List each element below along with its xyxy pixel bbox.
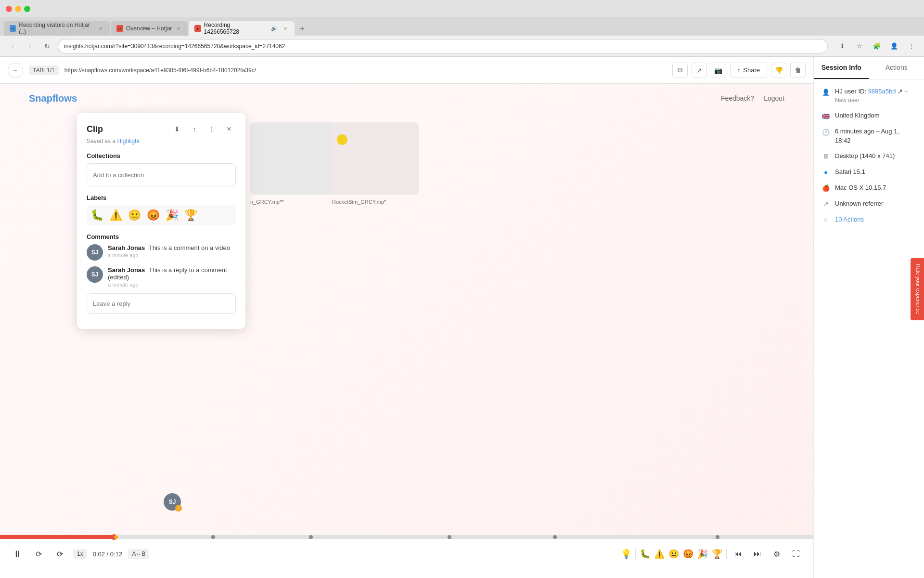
clip-action-buttons: ⬇ ↑ ⋮ × (170, 122, 236, 136)
settings-button[interactable]: ⚙ (769, 546, 784, 562)
actions-link[interactable]: 10 Actions (835, 215, 864, 224)
info-row-os: 🍎 Mac OS X 10.15.7 (821, 184, 916, 193)
new-user-label: New user (835, 97, 860, 104)
browser-icon: ● (821, 168, 830, 177)
video-controls: ⏸ ⟳ ⟳ 1x 0:02 / 0:12 A↔B 💡 🐛 ⚠️ 😐 😡 (0, 535, 813, 578)
comment-time-1: a minute ago (108, 252, 236, 258)
emoji-ctrl-neutral[interactable]: 😐 (668, 549, 679, 559)
address-text: insights.hotjar.com/r?site=3090413&recor… (64, 43, 285, 50)
forward-button-ctrl[interactable]: ⟳ (52, 546, 67, 562)
more-clip-button[interactable]: ⋮ (205, 122, 218, 136)
tab-favicon-2: H (116, 25, 123, 32)
hj-user-id-link[interactable]: 9885a5bd (868, 88, 896, 95)
labels-label: Labels (87, 194, 236, 201)
video-thumbnail-1 (250, 122, 337, 195)
desktop-icon: 🖥 (821, 152, 830, 161)
label-angry[interactable]: 😡 (146, 208, 161, 223)
emoji-ctrl-celebrate[interactable]: 🎉 (697, 549, 708, 559)
info-row-device: 🖥 Desktop (1440 x 741) (821, 152, 916, 161)
info-user: HJ user ID: 9885a5bd ↗ – New user (835, 87, 916, 105)
next-recording-button[interactable]: ⏭ (750, 546, 765, 562)
highlight-link[interactable]: Highlight (117, 138, 140, 144)
main-area: ← TAB: 1/1 https://snapflows.com/workspa… (0, 57, 924, 578)
info-device: Desktop (1440 x 741) (835, 152, 895, 160)
hj-user-label: HJ user ID: (835, 88, 866, 95)
ctrl-separator-1 (635, 549, 636, 559)
copy-url-button[interactable]: ⧉ (672, 63, 688, 78)
tab-close-1[interactable]: × (98, 25, 104, 32)
feedback-link[interactable]: Feedback? (721, 94, 754, 102)
tab-close-3[interactable]: × (282, 25, 289, 32)
emoji-ctrl-warning[interactable]: ⚠️ (654, 549, 665, 559)
emoji-ctrl-lightbulb[interactable]: 💡 (621, 549, 631, 559)
back-button[interactable]: ‹ (6, 39, 19, 53)
menu-icon[interactable]: ⋮ (905, 39, 918, 53)
external-link-button[interactable]: ↗ (692, 63, 707, 78)
download-icon[interactable]: ⬇ (835, 39, 849, 53)
tab-label-2: Overview – Hotjar (126, 25, 172, 32)
tab-session-info[interactable]: Session Info (814, 57, 869, 79)
timeline-marker-3 (309, 535, 313, 539)
info-referrer: Unknown referrer (835, 199, 883, 208)
hj-back-button[interactable]: ← (8, 63, 23, 78)
label-trophy[interactable]: 🏆 (183, 208, 198, 223)
close-clip-button[interactable]: × (222, 122, 236, 136)
tab-actions[interactable]: Actions (869, 57, 924, 79)
hj-tab-badge: TAB: 1/1 (29, 66, 59, 75)
emoji-ctrl-angry[interactable]: 😡 (683, 549, 693, 559)
tab-recording-visitors[interactable]: H Recording visitors on Hotjar (..) × (4, 21, 110, 36)
profile-icon[interactable]: 👤 (887, 39, 901, 53)
speed-badge[interactable]: 1x (73, 549, 87, 559)
forward-button[interactable]: › (23, 39, 37, 53)
emoji-ctrl-bug[interactable]: 🐛 (640, 549, 650, 559)
extensions-icon[interactable]: 🧩 (870, 39, 884, 53)
delete-button[interactable]: 🗑 (790, 63, 806, 78)
screenshot-button[interactable]: 📷 (711, 63, 726, 78)
download-clip-button[interactable]: ⬇ (170, 122, 184, 136)
label-warning[interactable]: ⚠️ (108, 208, 123, 223)
info-row-referrer: ↗ Unknown referrer (821, 199, 916, 209)
info-browser: Safari 15.1 (835, 168, 865, 176)
minimize-window-button[interactable] (15, 6, 21, 12)
snapflows-logo[interactable]: Snapflows (29, 93, 77, 104)
comment-author-1: Sarah Jonas (108, 244, 145, 251)
tab-audio-icon[interactable]: 🔊 (268, 25, 279, 32)
browser-window: H Recording visitors on Hotjar (..) × H … (0, 0, 924, 578)
emoji-ctrl-trophy[interactable]: 🏆 (712, 549, 722, 559)
pause-button[interactable]: ⏸ (10, 546, 25, 562)
label-bug[interactable]: 🐛 (90, 208, 104, 223)
address-bar[interactable]: insights.hotjar.com/r?site=3090413&recor… (58, 39, 828, 53)
fullscreen-window-button[interactable] (24, 6, 30, 12)
ab-loop-button[interactable]: A↔B (128, 549, 149, 559)
recording-area: ← TAB: 1/1 https://snapflows.com/workspa… (0, 57, 813, 578)
collection-input[interactable] (87, 163, 236, 186)
close-window-button[interactable] (6, 6, 12, 12)
tab-recording-active[interactable]: ● Recording 14266565728 🔊 × (189, 21, 295, 36)
logout-link[interactable]: Logout (764, 94, 784, 102)
share-clip-button[interactable]: ↑ (188, 122, 201, 136)
labels-section: Labels 🐛 ⚠️ 😐 😡 🎉 🏆 (87, 194, 236, 225)
rewind-button[interactable]: ⟳ (31, 546, 46, 562)
fullscreen-button[interactable]: ⛶ (788, 546, 804, 562)
tab-close-2[interactable]: × (175, 25, 182, 32)
tab-overview[interactable]: H Overview – Hotjar × (111, 21, 188, 36)
info-actions: 10 Actions (835, 215, 864, 224)
label-celebrate[interactable]: 🎉 (165, 208, 180, 223)
new-tab-button[interactable]: + (295, 22, 309, 36)
thumbs-down-button[interactable]: 👎 (771, 63, 786, 78)
rate-experience-button[interactable]: Rate your experience (911, 258, 924, 320)
progress-bar[interactable] (0, 535, 813, 539)
reload-button[interactable]: ↻ (40, 39, 54, 53)
share-button[interactable]: ↑ Share (730, 63, 767, 78)
ab-label: A↔B (132, 551, 145, 557)
prev-recording-button[interactable]: ⏮ (731, 546, 746, 562)
hj-action-buttons: ⧉ ↗ 📷 ↑ Share 👎 🗑 (672, 63, 806, 78)
time-display: 0:02 / 0:12 (93, 551, 122, 558)
info-row-user: 👤 HJ user ID: 9885a5bd ↗ – New user (821, 87, 916, 105)
bookmark-icon[interactable]: ☆ (853, 39, 866, 53)
label-neutral[interactable]: 😐 (127, 208, 142, 223)
time-ago: 6 minutes ago (835, 128, 874, 135)
comments-section: Comments SJ Sarah Jonas This is a commen… (87, 233, 236, 314)
reply-input[interactable] (87, 293, 236, 314)
timeline-marker-2 (211, 535, 215, 539)
